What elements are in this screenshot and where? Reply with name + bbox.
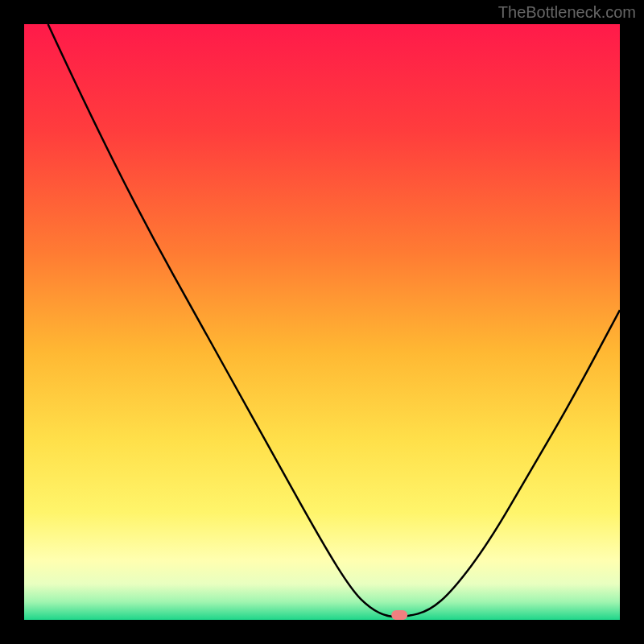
bottleneck-chart xyxy=(24,24,620,620)
chart-plot-area xyxy=(24,24,620,620)
current-point-marker xyxy=(391,610,407,620)
watermark-text: TheBottleneck.com xyxy=(498,3,636,22)
gradient-background xyxy=(24,24,620,620)
